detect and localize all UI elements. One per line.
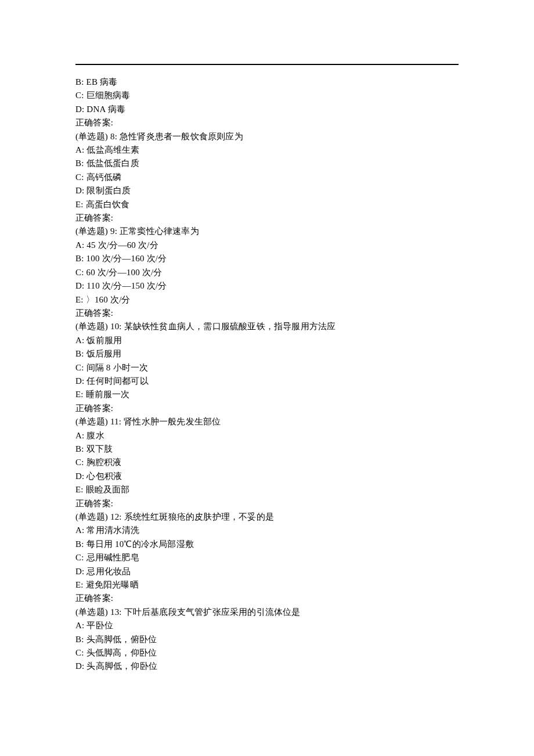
answer-label: 正确答案:	[75, 211, 459, 225]
option-a: A: 45 次/分—60 次/分	[75, 239, 459, 252]
option-a: A: 常用清水清洗	[75, 524, 459, 537]
option-b: B: 低盐低蛋白质	[75, 157, 459, 170]
option-b: B: 100 次/分—160 次/分	[75, 252, 459, 265]
option-e: E: 眼睑及面部	[75, 483, 459, 496]
top-horizontal-rule	[75, 64, 459, 65]
option-d: D: DNA 病毒	[75, 103, 459, 116]
option-b: B: 饭后服用	[75, 347, 459, 361]
question-12: (单选题) 12: 系统性红斑狼疮的皮肤护理，不妥的是	[75, 510, 459, 524]
option-c: C: 头低脚高，仰卧位	[75, 646, 459, 660]
question-13: (单选题) 13: 下叶后基底段支气管扩张应采用的引流体位是	[75, 606, 459, 619]
option-c: C: 高钙低磷	[75, 171, 459, 184]
option-d: D: 心包积液	[75, 470, 459, 483]
option-b: B: 头高脚低，俯卧位	[75, 633, 459, 646]
option-c: C: 胸腔积液	[75, 456, 459, 469]
option-d: D: 限制蛋白质	[75, 184, 459, 197]
answer-label: 正确答案:	[75, 497, 459, 510]
question-8: (单选题) 8: 急性肾炎患者一般饮食原则应为	[75, 130, 459, 143]
question-9: (单选题) 9: 正常窦性心律速率为	[75, 225, 459, 238]
question-10: (单选题) 10: 某缺铁性贫血病人，需口服硫酸亚铁，指导服用方法应	[75, 320, 459, 333]
answer-label: 正确答案:	[75, 307, 459, 320]
option-e: E: 高蛋白饮食	[75, 198, 459, 211]
question-11: (单选题) 11: 肾性水肿一般先发生部位	[75, 415, 459, 429]
option-a: A: 平卧位	[75, 619, 459, 632]
option-a: A: 低盐高维生素	[75, 143, 459, 157]
option-c: C: 60 次/分—100 次/分	[75, 266, 459, 279]
option-c: C: 巨细胞病毒	[75, 89, 459, 102]
option-e: E: 〉160 次/分	[75, 293, 459, 307]
answer-label: 正确答案:	[75, 402, 459, 415]
option-d: D: 110 次/分—150 次/分	[75, 279, 459, 293]
document-page: B: EB 病毒 C: 巨细胞病毒 D: DNA 病毒 正确答案: (单选题) …	[0, 0, 534, 708]
answer-label: 正确答案:	[75, 116, 459, 129]
answer-label: 正确答案:	[75, 592, 459, 605]
option-b: B: 每日用 10℃的冷水局部湿敷	[75, 538, 459, 551]
option-b: B: 双下肢	[75, 442, 459, 456]
option-e: E: 避免阳光曝晒	[75, 578, 459, 592]
option-d: D: 头高脚低，仰卧位	[75, 660, 459, 673]
option-c: C: 间隔 8 小时一次	[75, 361, 459, 375]
option-e: E: 睡前服一次	[75, 388, 459, 401]
option-a: A: 腹水	[75, 429, 459, 442]
option-c: C: 忌用碱性肥皂	[75, 551, 459, 564]
option-d: D: 忌用化妆品	[75, 565, 459, 578]
option-a: A: 饭前服用	[75, 334, 459, 347]
option-b: B: EB 病毒	[75, 75, 459, 89]
option-d: D: 任何时间都可以	[75, 375, 459, 388]
